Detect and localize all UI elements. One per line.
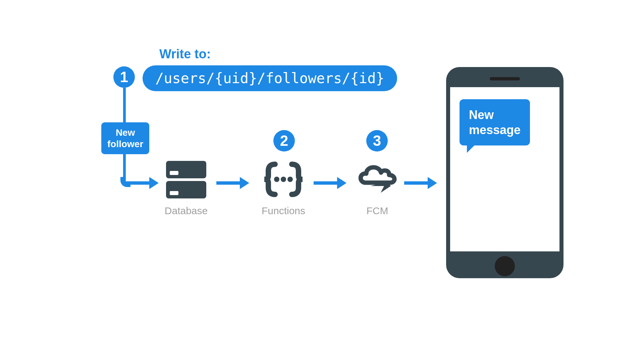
phone-device: New message [446,67,564,278]
svg-rect-2 [166,181,206,198]
connector-line [123,88,126,123]
database-icon [161,158,211,201]
arrow-icon [216,177,249,189]
message-line2: message [469,122,521,137]
svg-rect-0 [166,161,206,178]
fcm-label: FCM [352,205,402,217]
database-label: Database [161,205,211,217]
svg-rect-1 [170,171,178,175]
arrow-icon [314,177,346,189]
message-line1: New [469,107,521,122]
svg-point-6 [287,177,293,182]
svg-point-4 [274,177,279,182]
functions-service: Functions [258,158,309,217]
database-service: Database [161,158,211,217]
new-follower-line1: New [107,127,143,138]
svg-point-5 [281,177,286,182]
phone-screen: New message [450,87,559,251]
fcm-service: FCM [352,158,402,217]
phone-home-button [495,256,515,276]
message-bubble: New message [460,99,530,145]
arrow-icon [404,177,437,189]
step-1-badge: 1 [113,66,135,88]
arrow-icon [126,177,159,189]
functions-label: Functions [258,205,309,217]
svg-rect-3 [170,191,178,195]
write-to-label: Write to: [159,47,211,61]
fcm-icon [352,158,402,201]
db-path-pill: /users/{uid}/followers/{id} [143,65,397,91]
architecture-diagram: Write to: /users/{uid}/followers/{id} 1 … [80,50,564,322]
step-2-badge: 2 [273,130,295,152]
step-3-badge: 3 [366,130,388,152]
functions-icon [258,158,309,201]
phone-speaker [490,77,520,80]
